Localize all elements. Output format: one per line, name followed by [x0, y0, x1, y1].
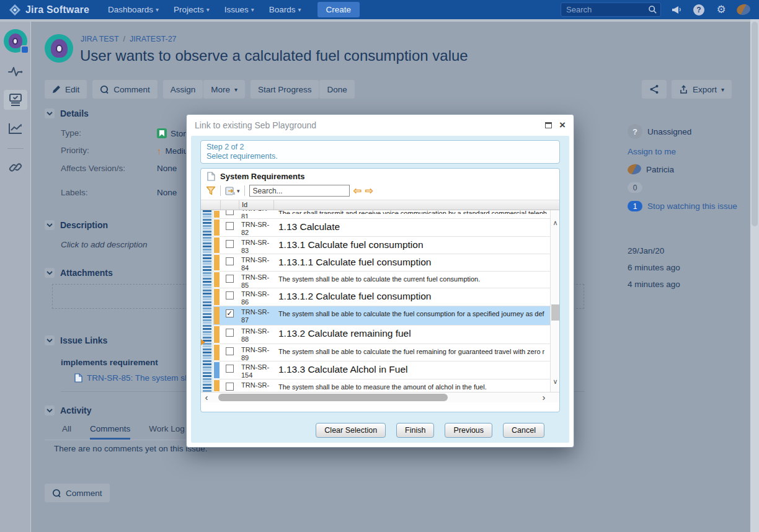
export-button[interactable]: Export ▾	[672, 80, 732, 99]
nav-boards[interactable]: Boards▾	[262, 0, 309, 19]
stop-watching-link[interactable]: Stop watching this issue	[647, 202, 737, 211]
requirements-search-input[interactable]	[249, 185, 350, 197]
row-checkbox[interactable]	[226, 347, 234, 355]
nav-dashboards[interactable]: Dashboards▾	[100, 0, 166, 19]
sidebar-item-backlog[interactable]	[4, 90, 27, 110]
start-progress-button[interactable]: Start Progress	[251, 80, 319, 99]
assign-to-me-link[interactable]: Assign to me	[628, 147, 676, 156]
row-checkbox[interactable]	[226, 257, 234, 265]
filter-funnel-icon[interactable]	[206, 186, 216, 195]
global-search-input[interactable]	[561, 2, 661, 17]
table-row[interactable]: TRN-SR-81 The car shall transmit and rec…	[213, 210, 559, 219]
breadcrumb-project-link[interactable]: JIRA TEST	[81, 35, 119, 43]
create-button[interactable]: Create	[317, 2, 360, 17]
scrollbar-thumb[interactable]	[752, 22, 758, 226]
row-id: TRN-SR-85	[239, 272, 273, 288]
empty-comments-message: There are no comments yet on this issue.	[54, 444, 208, 453]
date-value: 29/Jan/20	[628, 246, 680, 255]
scroll-down-icon[interactable]: ∨	[551, 378, 559, 386]
close-icon[interactable]: ×	[559, 121, 566, 130]
row-checkbox[interactable]	[226, 383, 234, 391]
table-row-selected[interactable]: ✓ TRN-SR-87 The system shall be able to …	[213, 306, 559, 326]
navigate-forward-icon[interactable]: ⇨	[365, 186, 373, 196]
clear-selection-button[interactable]: Clear Selection	[316, 423, 386, 438]
navigate-back-icon[interactable]: ⇦	[353, 186, 362, 196]
add-description-placeholder[interactable]: Click to add description	[61, 240, 148, 249]
settings-gear-icon[interactable]: ⚙	[714, 3, 728, 17]
announcements-icon[interactable]	[670, 3, 683, 17]
type-value: Story	[157, 128, 190, 138]
scrollbar-thumb[interactable]	[218, 394, 448, 401]
table-row[interactable]: TRN-SR-154 1.13.3 Calculate Alchol in Fu…	[213, 361, 559, 379]
row-checkbox[interactable]	[226, 222, 234, 230]
row-text: The system shall be able to calculate th…	[273, 306, 559, 325]
breadcrumb-separator: /	[123, 35, 125, 43]
row-marker	[214, 380, 220, 391]
nav-issues[interactable]: Issues▾	[217, 0, 262, 19]
search-icon[interactable]	[648, 5, 657, 14]
edit-button[interactable]: Edit	[45, 80, 87, 99]
page-scrollbar[interactable]	[750, 19, 759, 532]
row-checkbox[interactable]	[226, 365, 234, 373]
votes-badge[interactable]: 0	[628, 182, 642, 193]
cancel-button[interactable]: Cancel	[503, 423, 544, 438]
sidebar-item-reports[interactable]	[4, 118, 27, 138]
tab-work-log[interactable]: Work Log	[149, 424, 185, 440]
linked-issue-link[interactable]: TRN-SR-85: The system sha	[87, 373, 194, 383]
table-row[interactable]: TRN-SR-82 1.13 Calculate	[213, 219, 559, 237]
row-id: TRN-SR-	[239, 379, 273, 392]
scroll-up-icon[interactable]: ∧	[551, 219, 559, 227]
share-button[interactable]	[642, 80, 667, 99]
comment-button[interactable]: Comment	[92, 80, 158, 99]
dialog-titlebar[interactable]: Link to existing Seb Playground ×	[191, 115, 569, 136]
breadcrumb-issue-link[interactable]: JIRATEST-27	[130, 35, 176, 43]
jira-logo[interactable]: Jira Software	[0, 4, 100, 16]
more-button[interactable]: More▾	[203, 80, 245, 99]
user-avatar[interactable]	[737, 3, 750, 17]
row-marker	[214, 362, 220, 378]
overview-minimap[interactable]	[201, 210, 213, 392]
row-checkbox-checked[interactable]: ✓	[226, 309, 234, 317]
table-row[interactable]: TRN-SR-89 The system shall be able to ca…	[213, 344, 559, 361]
row-id: TRN-SR-88	[239, 326, 273, 344]
help-icon[interactable]: ?	[692, 3, 706, 17]
tab-all[interactable]: All	[62, 424, 71, 440]
table-row[interactable]: TRN-SR-88 1.13.2 Calculate remaining fue…	[213, 326, 559, 344]
table-row[interactable]: TRN-SR-85 The system shall be able to ca…	[213, 272, 559, 288]
row-id: TRN-SR-81	[239, 210, 273, 211]
project-avatar[interactable]	[4, 29, 27, 53]
comment-footer-button[interactable]: Comment	[45, 484, 110, 502]
view-menu-icon[interactable]	[225, 187, 236, 195]
table-row[interactable]: TRN-SR-84 1.13.1.1 Calculate fuel consum…	[213, 254, 559, 272]
row-checkbox[interactable]	[226, 291, 234, 299]
finish-button[interactable]: Finish	[396, 423, 434, 438]
done-button[interactable]: Done	[319, 80, 354, 99]
assign-button[interactable]: Assign	[163, 80, 203, 99]
sidebar-item-activity[interactable]	[4, 61, 27, 81]
table-row[interactable]: TRN-SR-86 1.13.1.2 Calculate fuel consum…	[213, 288, 559, 306]
comment-bubble-icon	[100, 85, 109, 94]
maximize-icon[interactable]	[545, 122, 552, 128]
nav-projects[interactable]: Projects▾	[166, 0, 217, 19]
sidebar-item-shortcuts[interactable]	[4, 157, 27, 177]
row-checkbox[interactable]	[226, 275, 234, 283]
scroll-left-icon[interactable]: ‹	[201, 393, 212, 402]
row-checkbox[interactable]	[226, 210, 234, 215]
table-row[interactable]: TRN-SR- The system shall be able to meas…	[213, 379, 559, 392]
table-vertical-scrollbar[interactable]: ∧ ∨	[550, 210, 559, 392]
chevron-down-icon[interactable]: ▾	[237, 188, 240, 194]
row-checkbox[interactable]	[226, 329, 234, 337]
description-section-header[interactable]: Description	[45, 220, 148, 230]
row-checkbox[interactable]	[226, 240, 234, 248]
previous-button[interactable]: Previous	[445, 423, 492, 438]
column-header-id[interactable]: Id	[239, 200, 273, 210]
page-title: User wants to observe a calculated fuel …	[80, 47, 468, 64]
table-row[interactable]: TRN-SR-83 1.13.1 Calculate fuel consumpt…	[213, 237, 559, 254]
scroll-right-icon[interactable]: ›	[538, 393, 549, 402]
pulse-icon	[8, 65, 23, 78]
column-header-text[interactable]	[273, 200, 559, 210]
tab-comments[interactable]: Comments	[90, 424, 130, 440]
table-horizontal-scrollbar[interactable]: ‹ ›	[201, 392, 559, 402]
question-glyph: ?	[696, 6, 701, 14]
scrollbar-thumb[interactable]	[551, 304, 559, 321]
